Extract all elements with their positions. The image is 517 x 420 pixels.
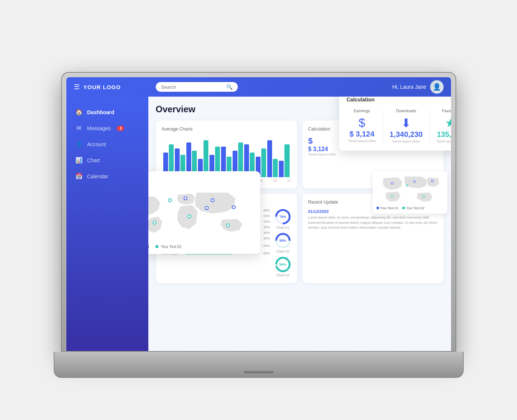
hamburger-icon[interactable]: ☰	[74, 83, 80, 91]
svg-point-15	[232, 206, 234, 208]
second-blue-dot	[376, 207, 379, 209]
dollar-icon: $	[348, 116, 376, 130]
svg-point-27	[414, 181, 415, 182]
main-layout: 🏠 Dashboard ✉ Messages 3 👤 Account	[66, 97, 451, 355]
calc-columns: Earnings $ $ 3,124 *lorem ipsum dolor Do…	[347, 109, 451, 143]
downloads-value: 1,340,230	[390, 130, 423, 139]
svg-point-21	[227, 224, 229, 226]
bar-pct: 20%	[261, 220, 270, 223]
calendar-icon: 📅	[75, 173, 83, 180]
search-input[interactable]	[161, 84, 223, 90]
laptop-notch	[244, 371, 274, 373]
green-dot	[155, 245, 158, 248]
blue-bar	[279, 161, 284, 177]
favorites-value: 135,020	[436, 130, 451, 139]
svg-point-11	[211, 199, 214, 201]
donut-charts: 75% Chart 01 50% Chart 02	[275, 209, 291, 277]
bar-pct: 80%	[261, 236, 270, 240]
sidebar-item-chart[interactable]: 📊 Chart	[66, 152, 148, 168]
messages-badge: 3	[117, 126, 124, 131]
chart-icon: 📊	[75, 157, 83, 164]
donut-2: 96%	[275, 256, 291, 273]
legend-item-1: Your Text 01	[148, 245, 150, 249]
donut-name: Chart 01	[276, 226, 289, 229]
earnings-col: Earnings $ $ 3,124 *lorem ipsum dolor	[348, 109, 376, 143]
map-legend: Your Text 01 Your Text 02	[148, 245, 255, 249]
laptop-body: ☰ YOUR LOGO 🔍 Hi, Laura Jane 👤	[61, 72, 456, 355]
laptop-wrapper: ☰ YOUR LOGO 🔍 Hi, Laura Jane 👤	[54, 42, 464, 378]
sidebar-label-messages: Messages	[87, 125, 111, 131]
divider-2	[429, 109, 430, 143]
svg-point-9	[184, 197, 186, 199]
svg-point-19	[188, 215, 190, 217]
header-logo: ☰ YOUR LOGO	[74, 83, 156, 91]
second-map-legend: Your Text 01 Your Text 02	[376, 206, 444, 210]
sidebar: 🏠 Dashboard ✉ Messages 3 👤 Account	[66, 97, 148, 355]
second-legend-2: Your Text 02	[402, 206, 425, 210]
favorites-sub: *lorem ipsum dolor	[436, 140, 451, 143]
donut-label: 96%	[279, 263, 286, 266]
svg-point-33	[423, 196, 424, 197]
donut-label: 75%	[279, 215, 286, 219]
bar-group	[279, 144, 289, 177]
bar-pct: 98%	[261, 209, 270, 212]
green-bar	[284, 144, 289, 177]
maps-title: Maps	[148, 176, 255, 182]
second-legend-1: Your Text 01	[376, 206, 399, 210]
svg-point-35	[391, 196, 393, 197]
earnings-value: $ 3,124	[348, 130, 376, 138]
logo-text: YOUR LOGO	[83, 84, 121, 90]
svg-point-31	[406, 185, 408, 186]
bar-pct: 65%	[261, 251, 270, 255]
sidebar-item-dashboard[interactable]: 🏠 Dashboard	[66, 104, 148, 120]
screen-content: ☰ YOUR LOGO 🔍 Hi, Laura Jane 👤	[66, 77, 451, 355]
svg-point-25	[391, 182, 393, 184]
donut-item: 75% Chart 01	[275, 209, 291, 229]
update-text: Lorem ipsum dolor sit amet, consectetuer…	[308, 215, 438, 231]
divider-1	[382, 109, 383, 143]
donut-item: 50% Chart 02	[275, 232, 291, 253]
earnings-sub: *lorem ipsum dolor	[348, 139, 376, 143]
floating-calc-card: Calculation Earnings $ $ 3,124 *lorem ip…	[339, 97, 451, 151]
search-icon: 🔍	[226, 84, 233, 90]
laptop-screen: ☰ YOUR LOGO 🔍 Hi, Laura Jane 👤	[66, 77, 451, 355]
floating-maps-card: Maps	[148, 171, 260, 254]
favorites-col: Favorites ★ 135,020 *lorem ipsum dolor	[436, 109, 451, 143]
sidebar-label-dashboard: Dashboard	[87, 109, 114, 115]
donut-1: 50%	[275, 232, 291, 249]
world-map-svg	[148, 186, 255, 242]
sidebar-label-account: Account	[87, 141, 106, 147]
donut-name: Chart 03	[276, 273, 289, 277]
user-greeting: Hi, Laura Jane	[392, 84, 426, 90]
second-map-svg	[376, 175, 444, 205]
second-map-card: Your Text 01 Your Text 02	[373, 171, 447, 214]
bar-group	[267, 140, 278, 177]
download-icon: ⬇	[390, 116, 423, 130]
donut-item: 96% Chart 03	[275, 256, 291, 277]
sidebar-item-account[interactable]: 👤 Account	[66, 136, 148, 152]
donut-name: Chart 02	[276, 250, 289, 253]
sidebar-item-messages[interactable]: ✉ Messages 3	[66, 120, 148, 136]
blue-bar	[267, 140, 272, 177]
avatar: 👤	[430, 80, 444, 94]
second-green-dot	[402, 207, 405, 209]
sidebar-label-chart: Chart	[87, 157, 100, 163]
green-bar	[261, 148, 266, 177]
donut-label: 50%	[279, 239, 286, 242]
svg-point-17	[169, 199, 171, 201]
mail-icon: ✉	[75, 125, 83, 132]
sidebar-item-calendar[interactable]: 📅 Calendar	[66, 168, 148, 184]
user-icon: 👤	[75, 141, 83, 148]
search-bar[interactable]: 🔍	[156, 82, 238, 92]
downloads-col: Downloads ⬇ 1,340,230 *lorem ipsum dolor	[390, 109, 423, 143]
header-right: Hi, Laura Jane 👤	[392, 80, 443, 94]
main-content: Overview Average Charts 1234567891011	[148, 97, 451, 355]
home-icon: 🏠	[75, 109, 83, 116]
laptop-base	[54, 352, 464, 378]
bar-pct: 30%	[261, 231, 270, 235]
svg-point-29	[432, 180, 433, 182]
map-container	[148, 186, 255, 242]
sidebar-label-calendar: Calendar	[87, 173, 108, 179]
svg-point-23	[153, 222, 155, 224]
legend-item-2: Your Text 02	[155, 245, 182, 249]
